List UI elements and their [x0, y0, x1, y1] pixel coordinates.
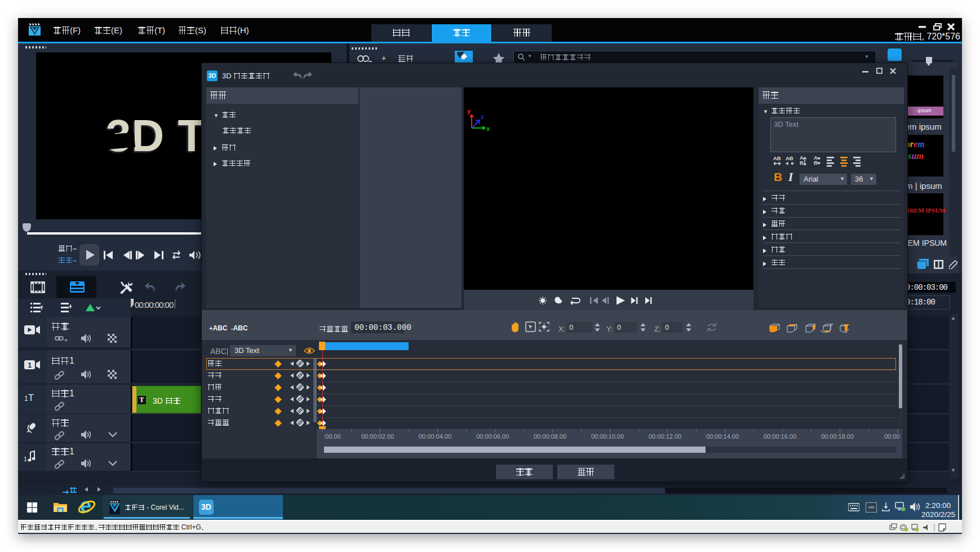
svg-text:AB: AB — [786, 155, 793, 161]
svg-text:z: z — [481, 113, 484, 120]
svg-text:AB: AB — [773, 155, 781, 161]
svg-text:B: B — [800, 160, 804, 166]
svg-text:B: B — [814, 160, 818, 166]
svg-text:x: x — [486, 125, 490, 131]
svg-text:1: 1 — [24, 456, 27, 462]
svg-text:y: y — [467, 108, 471, 114]
svg-text:1: 1 — [28, 361, 32, 369]
